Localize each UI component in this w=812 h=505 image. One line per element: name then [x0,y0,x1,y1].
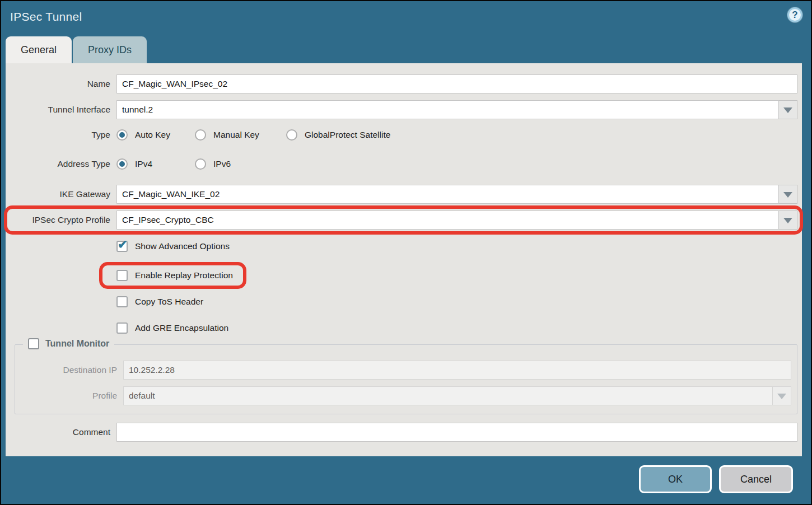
copy-tos-header-row: Copy ToS Header [6,294,797,309]
tunnel-interface-row: Tunnel Interface [6,100,797,119]
destination-ip-row: Destination IP [15,361,791,380]
globalprotect-satellite-label: GlobalProtect Satellite [305,130,390,140]
comment-row: Comment [6,423,797,442]
tunnel-monitor-fieldset: Tunnel Monitor Destination IP Profile [15,344,797,414]
dialog-footer: OK Cancel [1,457,811,504]
type-label: Type [6,130,116,140]
radio-option-ipv4: IPv4 [116,158,195,170]
ok-button[interactable]: OK [639,465,712,493]
ipv6-radio[interactable] [195,158,206,170]
tab-proxy-ids[interactable]: Proxy IDs [73,36,147,63]
tunnel-interface-dropdown-button[interactable] [779,100,797,119]
manual-key-radio[interactable] [195,129,206,141]
chevron-down-icon [783,218,792,228]
chevron-down-icon [777,394,786,404]
globalprotect-satellite-radio[interactable] [286,129,297,141]
name-input[interactable] [116,74,797,93]
show-advanced-options-checkbox[interactable] [116,241,128,252]
add-gre-encapsulation-label: Add GRE Encapsulation [135,323,228,333]
profile-input [123,386,773,405]
destination-ip-input [123,361,791,380]
ipsec-crypto-profile-input[interactable] [116,211,779,230]
dialog-title: IPSec Tunnel [10,10,82,24]
tunnel-monitor-checkbox[interactable] [28,338,39,349]
radio-option-manual-key: Manual Key [195,129,286,141]
tab-general[interactable]: General [6,36,72,63]
ike-gateway-row: IKE Gateway [6,185,797,204]
copy-tos-header-label: Copy ToS Header [135,297,203,307]
type-row: Type Auto Key Manual Key GlobalProtect S… [6,128,797,142]
enable-replay-protection-row: Enable Replay Protection [6,268,797,283]
tunnel-monitor-legend: Tunnel Monitor [23,338,114,349]
comment-input[interactable] [116,423,797,442]
copy-tos-header-checkbox[interactable] [116,296,128,307]
show-advanced-options-row: Show Advanced Options [6,239,797,254]
address-type-label: Address Type [6,159,116,169]
tunnel-interface-label: Tunnel Interface [6,105,116,115]
add-gre-encapsulation-item: Add GRE Encapsulation [116,322,228,334]
ipsec-crypto-profile-row: IPSec Crypto Profile [6,211,797,230]
address-type-row: Address Type IPv4 IPv6 [6,157,797,171]
radio-option-ipv6: IPv6 [195,158,231,170]
ipsec-tunnel-dialog: IPSec Tunnel ? General Proxy IDs Name Tu… [0,0,812,505]
ike-gateway-dropdown-button[interactable] [779,185,797,204]
show-advanced-options-item: Show Advanced Options [116,241,230,252]
tab-bar: General Proxy IDs [6,36,147,63]
profile-label: Profile [15,391,123,401]
tunnel-monitor-label: Tunnel Monitor [45,339,109,349]
add-gre-encapsulation-checkbox[interactable] [116,322,128,334]
add-gre-encapsulation-row: Add GRE Encapsulation [6,321,797,335]
destination-ip-label: Destination IP [15,365,123,375]
radio-option-globalprotect-satellite: GlobalProtect Satellite [286,129,390,141]
name-row: Name [6,74,797,93]
tunnel-interface-input[interactable] [116,100,779,119]
enable-replay-protection-item: Enable Replay Protection [116,270,233,281]
ipv6-label: IPv6 [213,159,231,169]
auto-key-label: Auto Key [135,130,170,140]
ike-gateway-label: IKE Gateway [6,189,116,199]
auto-key-radio[interactable] [116,129,128,141]
chevron-down-icon [783,192,792,202]
enable-replay-protection-checkbox[interactable] [116,270,128,281]
manual-key-label: Manual Key [213,130,259,140]
profile-dropdown-button [773,386,791,405]
ipsec-crypto-profile-label: IPSec Crypto Profile [6,215,116,225]
profile-row: Profile [15,386,791,405]
ipsec-crypto-profile-dropdown-button[interactable] [779,211,797,230]
radio-option-auto-key: Auto Key [116,129,195,141]
help-icon[interactable]: ? [787,7,802,22]
cancel-button[interactable]: Cancel [719,465,793,493]
enable-replay-protection-label: Enable Replay Protection [135,270,233,280]
ike-gateway-input[interactable] [116,185,779,204]
ipv4-label: IPv4 [135,159,152,169]
show-advanced-options-label: Show Advanced Options [135,241,230,251]
chevron-down-icon [783,107,792,118]
name-label: Name [6,79,116,89]
general-tab-panel: Name Tunnel Interface Type Auto Key [6,63,802,456]
comment-label: Comment [6,427,116,437]
copy-tos-header-item: Copy ToS Header [116,296,203,307]
ipv4-radio[interactable] [116,158,128,170]
